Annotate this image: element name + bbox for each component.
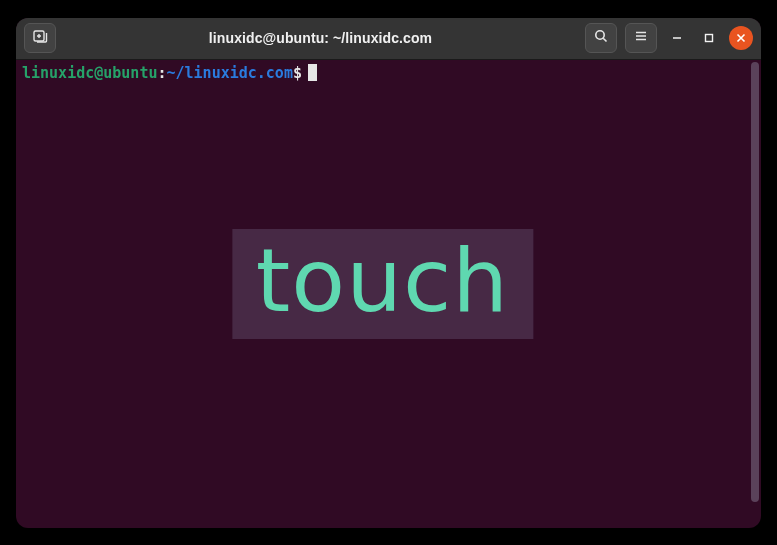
new-tab-icon [32, 28, 48, 48]
terminal-window: linuxidc@ubuntu: ~/linuxidc.com [16, 18, 761, 528]
hamburger-icon [633, 28, 649, 48]
prompt-user-host: linuxidc@ubuntu [22, 64, 157, 82]
window-title: linuxidc@ubuntu: ~/linuxidc.com [64, 30, 577, 46]
scrollbar-track[interactable] [749, 60, 761, 528]
new-tab-button[interactable] [24, 23, 56, 53]
menu-button[interactable] [625, 23, 657, 53]
minimize-button[interactable] [665, 26, 689, 50]
search-button[interactable] [585, 23, 617, 53]
close-button[interactable] [729, 26, 753, 50]
prompt-symbol: $ [293, 64, 302, 82]
titlebar-right [585, 23, 753, 53]
search-icon [593, 28, 609, 48]
minimize-icon [672, 29, 682, 47]
svg-point-1 [596, 31, 604, 39]
maximize-button[interactable] [697, 26, 721, 50]
watermark-overlay: touch [232, 229, 533, 339]
watermark-text: touch [256, 229, 509, 332]
scrollbar-thumb[interactable] [751, 62, 759, 502]
prompt-separator: : [157, 64, 166, 82]
close-icon [736, 29, 746, 47]
maximize-icon [704, 29, 714, 47]
prompt-line: linuxidc@ubuntu:~/linuxidc.com$ [22, 64, 743, 82]
text-cursor [308, 64, 317, 81]
titlebar-left [24, 23, 56, 53]
svg-rect-2 [706, 35, 713, 42]
terminal-body: linuxidc@ubuntu:~/linuxidc.com$ touch [16, 60, 761, 528]
titlebar: linuxidc@ubuntu: ~/linuxidc.com [16, 18, 761, 60]
terminal-content[interactable]: linuxidc@ubuntu:~/linuxidc.com$ touch [16, 60, 749, 528]
prompt-path: ~/linuxidc.com [167, 64, 293, 82]
